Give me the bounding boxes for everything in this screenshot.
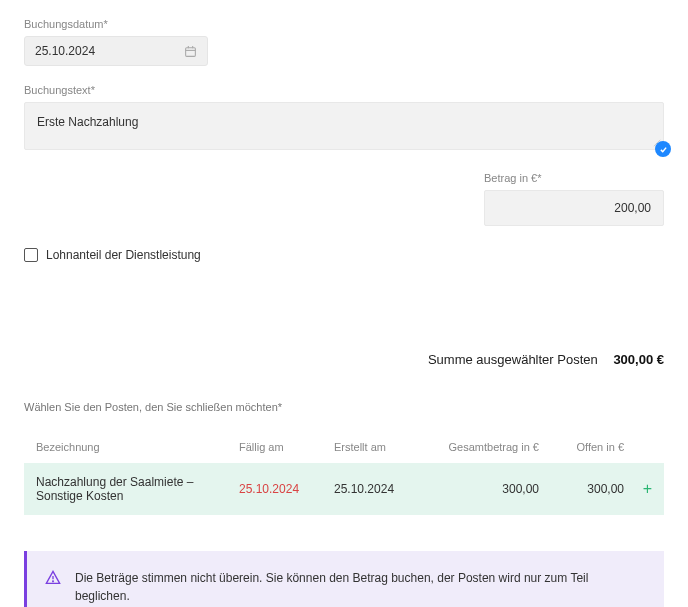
choose-post-label: Wählen Sie den Posten, den Sie schließen… [24,401,664,413]
svg-rect-0 [186,47,196,56]
header-total: Gesamtbetrag in € [429,441,539,453]
warning-icon [45,570,61,586]
booking-date-field: Buchungsdatum* 25.10.2024 [24,18,664,66]
booking-text-value: Erste Nachzahlung [37,115,138,129]
wage-checkbox-row[interactable]: Lohnanteil der Dienstleistung [24,248,664,262]
cell-total: 300,00 [429,482,539,496]
header-due: Fällig am [239,441,334,453]
alert-content: Die Beträge stimmen nicht überein. Sie k… [75,569,646,607]
header-created: Erstellt am [334,441,429,453]
booking-text-field: Buchungstext* Erste Nachzahlung [24,84,664,150]
wage-checkbox-label: Lohnanteil der Dienstleistung [46,248,201,262]
booking-date-value: 25.10.2024 [35,44,95,58]
amount-field: Betrag in €* 200,00 [484,172,664,226]
sum-selected-value: 300,00 € [613,352,664,367]
amount-input[interactable]: 200,00 [484,190,664,226]
cell-due: 25.10.2024 [239,482,334,496]
sum-selected-label: Summe ausgewählter Posten [428,352,598,367]
svg-point-8 [53,581,54,582]
cell-created: 25.10.2024 [334,482,429,496]
amount-value: 200,00 [614,201,651,215]
checkbox-icon[interactable] [24,248,38,262]
table-header: Bezeichnung Fällig am Erstellt am Gesamt… [24,431,664,463]
calendar-icon [184,45,197,58]
amount-label: Betrag in €* [484,172,664,184]
booking-text-label: Buchungstext* [24,84,664,96]
booking-date-input[interactable]: 25.10.2024 [24,36,208,66]
posts-table: Bezeichnung Fällig am Erstellt am Gesamt… [24,431,664,515]
alert-line1: Die Beträge stimmen nicht überein. Sie k… [75,569,646,605]
table-row[interactable]: Nachzahlung der Saalmiete – Sonstige Kos… [24,463,664,515]
add-post-button[interactable]: + [624,481,652,497]
header-open: Offen in € [539,441,624,453]
sum-selected-row: Summe ausgewählter Posten 300,00 € [24,352,664,367]
cell-name: Nachzahlung der Saalmiete – Sonstige Kos… [36,475,239,503]
booking-date-label: Buchungsdatum* [24,18,664,30]
booking-text-input[interactable]: Erste Nachzahlung [24,102,664,150]
header-name: Bezeichnung [36,441,239,453]
valid-check-icon [655,141,671,157]
header-action [624,441,652,453]
warning-alert: Die Beträge stimmen nicht überein. Sie k… [24,551,664,607]
amount-row: Betrag in €* 200,00 [24,172,664,226]
cell-open: 300,00 [539,482,624,496]
